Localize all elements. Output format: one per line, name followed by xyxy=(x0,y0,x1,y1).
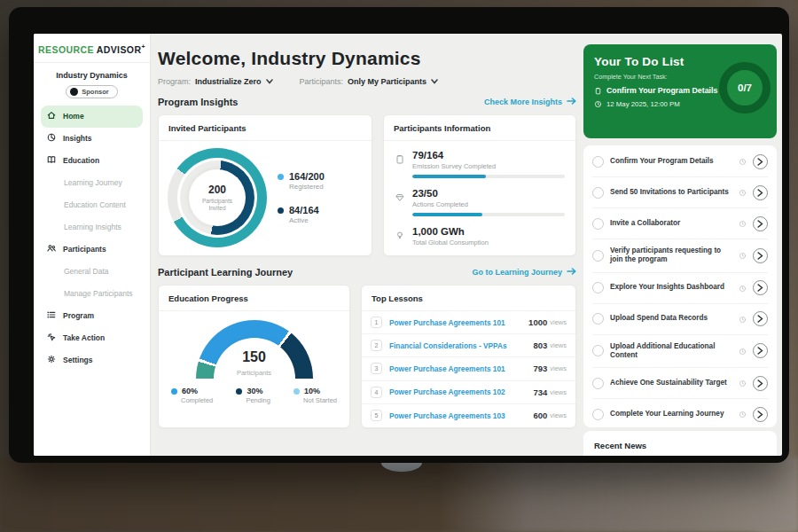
active-value: 84/164 xyxy=(289,205,319,215)
lesson-title-link[interactable]: Power Purchase Agreements 101 xyxy=(389,318,528,327)
sidebar-item-participants[interactable]: Participants xyxy=(34,239,150,261)
sidebar-item-learning-insights[interactable]: Learning Insights xyxy=(34,216,150,239)
gear-icon xyxy=(46,354,57,366)
task-open-button[interactable] xyxy=(753,154,768,169)
check-more-insights-link[interactable]: Check More Insights xyxy=(484,98,576,106)
pending-dot-icon xyxy=(236,388,242,395)
task-open-button[interactable] xyxy=(753,311,768,326)
gem-icon xyxy=(395,192,405,203)
clock-icon xyxy=(739,184,747,200)
gauge-legend: 60% Completed 30% Pending 10% Not Starte… xyxy=(159,387,349,404)
main-content: Welcome, Industry Dynamics Program: Indu… xyxy=(158,34,576,456)
section-title: Participant Learning Journey xyxy=(158,267,293,278)
sidebar-item-home[interactable]: Home xyxy=(41,106,143,128)
sidebar-item-label: Settings xyxy=(63,356,93,364)
task-row[interactable]: Invite a Collaborator xyxy=(592,208,768,239)
gauge-center-label: Participants xyxy=(196,369,313,377)
task-row[interactable]: Upload Additional Educational Content xyxy=(592,335,768,369)
task-checkbox[interactable] xyxy=(592,345,604,356)
sidebar-item-program[interactable]: Program xyxy=(34,305,150,327)
card-title: Invited Participants xyxy=(159,115,372,141)
program-dropdown[interactable]: Program: Industrialize Zero xyxy=(158,77,273,86)
todo-progress-ring: 0/7 xyxy=(719,62,771,113)
sidebar-item-take-action[interactable]: Take Action xyxy=(34,327,150,349)
go-to-learning-journey-link[interactable]: Go to Learning Journey xyxy=(472,268,576,277)
task-label: Send 50 Invitations to Participants xyxy=(610,188,732,197)
sidebar-item-settings[interactable]: Settings xyxy=(34,349,150,372)
participants-dropdown[interactable]: Participants: Only My Participants xyxy=(300,77,439,86)
task-checkbox[interactable] xyxy=(592,218,604,230)
gauge-chart: 150 Participants xyxy=(196,320,313,379)
task-checkbox[interactable] xyxy=(592,250,604,262)
lesson-title-link[interactable]: Power Purchase Agreements 103 xyxy=(389,411,533,420)
sidebar-item-education[interactable]: Education xyxy=(34,150,150,172)
task-checkbox[interactable] xyxy=(592,409,604,420)
task-open-button[interactable] xyxy=(753,280,768,295)
book-icon xyxy=(46,154,57,167)
sidebar-item-education-content[interactable]: Education Content xyxy=(34,194,150,216)
registered-label: Registered xyxy=(289,183,325,191)
lightbulb-icon xyxy=(395,230,405,241)
not-started-dot-icon xyxy=(293,388,300,395)
participants-information-card: Participants Information 79/164 Emission… xyxy=(383,114,576,256)
sponsor-icon xyxy=(70,88,78,96)
todo-next-task: Confirm Your Program Details xyxy=(606,86,717,95)
lesson-row[interactable]: 1 Power Purchase Agreements 101 1000 vie… xyxy=(362,311,575,334)
task-label: Explore Your Insights Dashboard xyxy=(610,283,732,292)
clock-icon xyxy=(739,343,747,359)
task-open-button[interactable] xyxy=(753,407,768,422)
stat-value: 23/50 xyxy=(412,188,565,199)
active-dot-icon xyxy=(278,207,284,214)
top-lessons-card: Top Lessons 1 Power Purchase Agreements … xyxy=(361,285,576,428)
lesson-row[interactable]: 3 Power Purchase Agreements 101 793 view… xyxy=(362,357,575,380)
clipboard-icon xyxy=(395,153,405,165)
task-open-button[interactable] xyxy=(753,248,768,263)
task-checkbox[interactable] xyxy=(592,156,604,168)
lesson-title-link[interactable]: Power Purchase Agreements 101 xyxy=(389,364,533,373)
task-label: Achieve One Sustainability Target xyxy=(610,379,732,387)
task-list-panel: Confirm Your Program Details Send 50 Inv… xyxy=(583,145,777,427)
task-checkbox[interactable] xyxy=(592,313,604,325)
task-row[interactable]: Achieve One Sustainability Target xyxy=(592,368,768,399)
learning-journey-header: Participant Learning Journey Go to Learn… xyxy=(158,267,576,278)
task-row[interactable]: Explore Your Insights Dashboard xyxy=(592,273,768,304)
sidebar-item-manage-participants[interactable]: Manage Participants xyxy=(34,283,150,305)
sidebar-item-insights[interactable]: Insights xyxy=(34,128,150,150)
logo-advisor: ADVISOR xyxy=(97,44,142,55)
lesson-title-link[interactable]: Power Purchase Agreements 102 xyxy=(389,387,533,396)
sidebar-item-learning-journey[interactable]: Learning Journey xyxy=(34,172,150,194)
clock-icon xyxy=(739,406,747,422)
legend-label: Not Started xyxy=(303,396,337,404)
lesson-rank: 4 xyxy=(371,387,382,398)
task-row[interactable]: Send 50 Invitations to Participants xyxy=(592,177,768,208)
card-title: Education Progress xyxy=(159,286,349,311)
todo-datetime: 12 May 2025, 12:00 PM xyxy=(606,100,680,108)
lesson-title-link[interactable]: Financial Considerations - VPPAs xyxy=(389,341,533,350)
task-open-button[interactable] xyxy=(753,376,768,391)
lesson-views: 803 xyxy=(533,340,547,350)
task-checkbox[interactable] xyxy=(592,378,604,389)
people-icon xyxy=(46,243,57,255)
lesson-row[interactable]: 5 Power Purchase Agreements 103 600 view… xyxy=(362,404,575,427)
task-checkbox[interactable] xyxy=(592,187,604,199)
lesson-row[interactable]: 4 Power Purchase Agreements 102 734 view… xyxy=(362,381,575,404)
program-insights-header: Program Insights Check More Insights xyxy=(158,97,576,107)
task-row[interactable]: Confirm Your Program Details xyxy=(592,146,768,177)
lesson-views: 1000 xyxy=(528,317,547,327)
task-open-button[interactable] xyxy=(753,343,768,358)
sponsor-badge[interactable]: Sponsor xyxy=(66,85,117,98)
task-checkbox[interactable] xyxy=(592,282,604,293)
lesson-row[interactable]: 2 Financial Considerations - VPPAs 803 v… xyxy=(362,334,575,357)
sidebar-item-general-data[interactable]: General Data xyxy=(34,261,150,283)
task-open-button[interactable] xyxy=(753,216,768,231)
recent-news-panel: Recent News xyxy=(583,431,777,456)
progress-bar xyxy=(412,213,565,216)
clock-icon xyxy=(594,100,602,108)
task-open-button[interactable] xyxy=(753,185,768,200)
views-suffix: views xyxy=(550,388,567,396)
participants-label: Participants: xyxy=(300,77,344,86)
views-suffix: views xyxy=(550,411,567,419)
task-row[interactable]: Upload Spend Data Records xyxy=(592,304,768,335)
task-row[interactable]: Complete Your Learning Journey xyxy=(592,399,768,427)
task-row[interactable]: Verify participants requesting to join t… xyxy=(592,239,768,273)
